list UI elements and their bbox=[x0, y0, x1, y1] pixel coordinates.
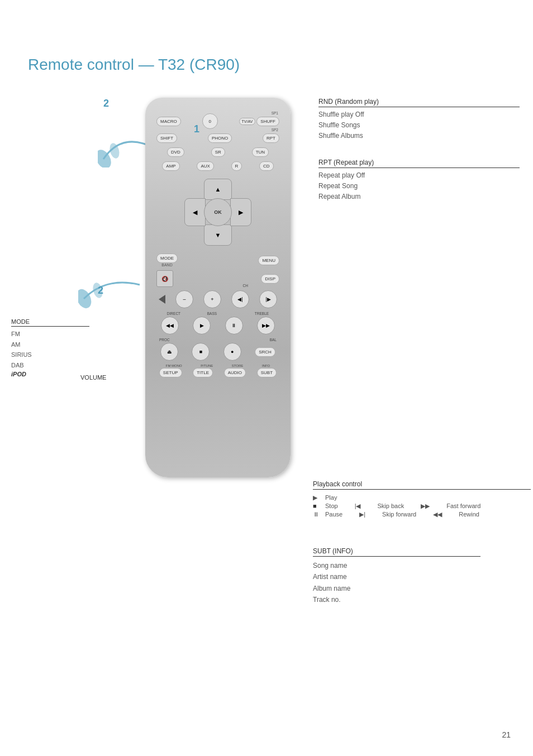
p-tune-label: P/TUNE bbox=[201, 364, 213, 367]
direct-label: DIRECT bbox=[167, 312, 180, 315]
menu-button[interactable]: MENU bbox=[258, 256, 279, 265]
eject-button[interactable]: ⏏ bbox=[160, 343, 178, 361]
macro-button[interactable]: MACRO bbox=[156, 117, 181, 126]
mode-menu-row: 2 MODE BAND MENU bbox=[154, 253, 282, 267]
rpt-button[interactable]: RPT bbox=[263, 133, 279, 143]
pause-row: Pause ▶| Skip forward ◀◀ Rewind bbox=[325, 511, 531, 518]
subt-item-4: Track no. bbox=[313, 594, 480, 605]
rnd-item-1: Shuffle play Off bbox=[318, 109, 520, 120]
mode-button[interactable]: MODE bbox=[156, 253, 178, 263]
rnd-title: RND (Random play) bbox=[318, 98, 520, 107]
bal-label: BAL bbox=[270, 338, 277, 342]
amp-button[interactable]: AMP bbox=[162, 161, 179, 171]
source-row-2: AMP AUX R CD bbox=[154, 161, 282, 171]
band-label: BAND bbox=[161, 263, 172, 267]
rpt-item-2: Repeat Song bbox=[318, 181, 520, 192]
remote-body: MACRO 0 SP1 TV/AV SHUFF SHIFT 1 PHONO bbox=[145, 98, 291, 477]
skip-back-button[interactable]: ◀| bbox=[231, 290, 249, 308]
source-row-1: DVD SR TUN bbox=[154, 147, 282, 157]
rewind-button[interactable]: ◀◀ bbox=[161, 317, 179, 334]
skip-forward-button[interactable]: |▶ bbox=[259, 290, 277, 308]
mute-icon: 🔇 bbox=[161, 276, 168, 282]
play-button[interactable]: ▶ bbox=[193, 317, 211, 334]
aux-button[interactable]: AUX bbox=[197, 161, 213, 171]
dvd-button[interactable]: DVD bbox=[167, 147, 184, 157]
stop-button[interactable]: ■ bbox=[192, 343, 210, 361]
dpad-down-button[interactable]: ▼ bbox=[204, 224, 232, 246]
bass-label: BASS bbox=[207, 312, 217, 315]
shuff-button[interactable]: SHUFF bbox=[256, 117, 279, 126]
vol-minus-button[interactable]: – bbox=[175, 290, 193, 308]
mode-sirius: SIRIUS bbox=[11, 350, 89, 360]
store-label: STORE bbox=[232, 364, 244, 367]
rewind-icon: ◀◀ bbox=[433, 511, 442, 518]
phono-button[interactable]: PHONO bbox=[208, 133, 232, 143]
pause-icon-label: ⏸ bbox=[313, 511, 324, 518]
src-button[interactable]: SR bbox=[211, 147, 225, 157]
disp-button[interactable]: DISP bbox=[261, 274, 279, 284]
dpad-left-button[interactable]: ◀ bbox=[184, 198, 206, 226]
audio-button[interactable]: AUDIO bbox=[224, 368, 246, 377]
page-number: 21 bbox=[502, 730, 511, 739]
proc-bal-section: PROC BAL ⏏ ■ ● SRCH bbox=[154, 338, 282, 361]
callout-number-2: 2 bbox=[103, 98, 109, 109]
remote-control: MACRO 0 SP1 TV/AV SHUFF SHIFT 1 PHONO bbox=[129, 98, 307, 477]
stop-row: Stop |◀ Skip back ▶▶ Fast forward bbox=[325, 503, 531, 510]
play-text: Play bbox=[325, 494, 531, 501]
left-annotations: MODE FM AM SIRIUS DAB iPOD bbox=[11, 318, 89, 377]
rpt-title: RPT (Repeat play) bbox=[318, 159, 520, 168]
mode-ann-title: MODE bbox=[11, 318, 89, 327]
mode-ipod: iPOD bbox=[11, 371, 89, 377]
mute-disp-row: 🔇 DISP bbox=[154, 270, 282, 287]
playback-control-section: Playback control ▶ Play ■ Stop |◀ Skip b… bbox=[313, 480, 531, 520]
sp1-label: SP1 bbox=[272, 111, 278, 115]
rpt-section: RPT (Repeat play) Repeat play Off Repeat… bbox=[318, 159, 520, 203]
subt-item-2: Artist name bbox=[313, 571, 480, 582]
play-icon-label: ▶ bbox=[313, 494, 324, 501]
subt-button[interactable]: SUBT bbox=[257, 368, 277, 377]
playback-row: ◀◀ ▶ ⏸ ▶▶ bbox=[154, 317, 282, 334]
cd-button[interactable]: CD bbox=[259, 161, 274, 171]
mute-button[interactable]: 🔇 bbox=[156, 270, 173, 287]
stop-text: Stop bbox=[325, 503, 338, 510]
tv-av-button[interactable]: TV/AV bbox=[239, 118, 256, 125]
tun-button[interactable]: TUN bbox=[252, 147, 269, 157]
dpad-container: ▲ ▼ ◀ ▶ OK bbox=[154, 179, 282, 246]
dpad-right-button[interactable]: ▶ bbox=[230, 198, 251, 226]
mode-fm: FM bbox=[11, 329, 89, 339]
volume-indicator bbox=[159, 295, 165, 304]
skip-back-text: Skip back bbox=[378, 503, 404, 510]
stop-icon-label: ■ bbox=[313, 503, 324, 510]
srch-button[interactable]: SRCH bbox=[255, 347, 275, 357]
shift-button[interactable]: SHIFT bbox=[156, 133, 177, 143]
sp2-label: SP2 bbox=[272, 128, 278, 132]
r-button[interactable]: R bbox=[231, 161, 242, 171]
setup-button[interactable]: SETUP bbox=[159, 368, 182, 377]
fast-forward-button[interactable]: ▶▶ bbox=[257, 317, 275, 334]
func-labels-row: FM MONO P/TUNE STORE INFO bbox=[154, 364, 282, 367]
func-buttons-row: SETUP TITLE AUDIO SUBT bbox=[154, 368, 282, 377]
dot-button[interactable]: ● bbox=[223, 343, 241, 361]
fast-fwd-text: Fast forward bbox=[446, 503, 480, 510]
rnd-section: RND (Random play) Shuffle play Off Shuff… bbox=[318, 98, 520, 142]
callout-number-1: 1 bbox=[194, 123, 199, 135]
proc-label: PROC bbox=[159, 338, 170, 342]
treble-label: TREBLE bbox=[255, 312, 269, 315]
right-annotations: RND (Random play) Shuffle play Off Shuff… bbox=[318, 98, 520, 212]
dpad: ▲ ▼ ◀ ▶ OK bbox=[184, 179, 251, 246]
title-button[interactable]: TITLE bbox=[193, 368, 213, 377]
rewind-text: Rewind bbox=[459, 511, 479, 518]
callout-2-arrow bbox=[78, 271, 145, 310]
zero-button[interactable]: 0 bbox=[202, 113, 218, 129]
subt-section: SUBT (INFO) Song name Artist name Album … bbox=[313, 547, 480, 606]
subt-item-1: Song name bbox=[313, 560, 480, 571]
top-button-row: MACRO 0 SP1 TV/AV SHUFF bbox=[154, 113, 282, 129]
rpt-item-3: Repeat Album bbox=[318, 192, 520, 202]
ok-button[interactable]: OK bbox=[204, 198, 232, 226]
dpad-up-button[interactable]: ▲ bbox=[204, 179, 232, 200]
mode-dab: DAB bbox=[11, 360, 89, 371]
pause-button[interactable]: ⏸ bbox=[225, 317, 243, 334]
vol-plus-button[interactable]: + bbox=[203, 290, 221, 308]
playback-buttons-section: DIRECT BASS TREBLE ◀◀ ▶ ⏸ ▶▶ bbox=[154, 312, 282, 334]
playback-legend: ▶ Play ■ Stop |◀ Skip back ▶▶ Fast forwa… bbox=[313, 494, 531, 518]
